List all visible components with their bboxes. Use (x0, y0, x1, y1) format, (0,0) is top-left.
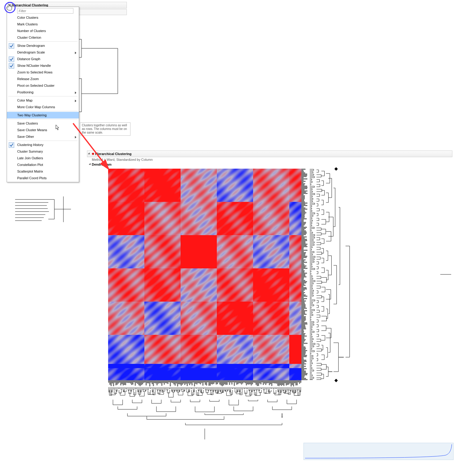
menu-item-label: Positioning (17, 90, 34, 94)
menu-item-show-dendrogram[interactable]: Show Dendrogram (7, 42, 79, 49)
menu-item-clustering-history[interactable]: Clustering History (7, 141, 79, 148)
menu-item-parallel-coord-plots[interactable]: Parallel Coord Plots (7, 175, 79, 181)
menu-item-label: Release Zoom (17, 77, 39, 81)
distance-graph-panel[interactable] (303, 443, 454, 460)
menu-item-distance-graph[interactable]: Distance Graph (7, 56, 79, 62)
second-report-header[interactable]: Hierarchical Clustering (87, 151, 452, 157)
column-dendrogram[interactable] (108, 380, 301, 441)
menu-item-label: Show Dendrogram (17, 44, 45, 47)
menu-item-label: Color Clusters (17, 16, 38, 19)
hand-cursor-icon (6, 4, 13, 11)
menu-item-number-of-clusters[interactable]: Number of Clusters (7, 28, 79, 34)
menu-item-label: Distance Graph (17, 57, 40, 61)
menu-item-label: Save Clusters (17, 121, 38, 125)
submenu-arrow-icon (75, 52, 76, 54)
menu-item-label: Mark Clusters (17, 22, 38, 26)
menu-item-constellation-plot[interactable]: Constellation Plot (7, 161, 79, 168)
menu-item-cluster-criterion[interactable]: Cluster Criterion (7, 34, 79, 41)
menu-item-color-map[interactable]: Color Map (7, 97, 79, 104)
second-report: Hierarchical Clustering Method = Ward, S… (87, 151, 452, 380)
menu-item-label: Parallel Coord Plots (17, 176, 47, 180)
menu-item-label: Two Way Clustering (17, 113, 47, 117)
context-menu: Color ClustersMark ClustersNumber of Clu… (7, 7, 79, 182)
menu-separator (8, 96, 78, 96)
menu-item-more-color-map-columns[interactable]: More Color Map Columns (7, 104, 79, 110)
dendrogram-section-header[interactable]: Dendrogram (87, 162, 452, 167)
menu-filter-input[interactable] (17, 8, 73, 14)
menu-item-label: Scatterplot Matrix (17, 170, 43, 173)
distance-graph-curve (304, 443, 453, 460)
checkmark-icon (9, 57, 14, 62)
menu-item-positioning[interactable]: Positioning (7, 89, 79, 96)
menu-item-show-ncluster-handle[interactable]: Show NCluster Handle (7, 62, 79, 69)
menu-item-save-other[interactable]: Save Other (7, 133, 79, 140)
menu-item-release-zoom[interactable]: Release Zoom (7, 76, 79, 82)
menu-item-late-join-outliers[interactable]: Late Join Outliers (7, 155, 79, 161)
checkmark-icon (9, 142, 14, 148)
menu-item-cluster-summary[interactable]: Cluster Summary (7, 148, 79, 155)
menu-item-mark-clusters[interactable]: Mark Clusters (7, 21, 79, 28)
two-way-clustering-plot[interactable] (108, 169, 452, 380)
menu-item-label: Show NCluster Handle (17, 64, 51, 67)
menu-item-label: Constellation Plot (17, 163, 43, 167)
menu-item-label: Save Cluster Means (17, 128, 47, 132)
menu-item-label: Pivot on Selected Cluster (17, 84, 55, 87)
menu-item-label: Save Other (17, 135, 34, 138)
menu-filter-row (17, 8, 76, 14)
menu-item-label: Zoom to Selected Rows (17, 70, 53, 74)
svg-line-1 (73, 123, 109, 169)
menu-item-two-way-clustering[interactable]: Two Way Clustering (7, 112, 79, 118)
arrow-cursor-icon (56, 125, 60, 131)
menu-item-label: Number of Clusters (17, 29, 46, 33)
submenu-arrow-icon (75, 100, 76, 102)
menu-item-label: More Color Map Columns (17, 105, 55, 109)
menu-item-save-cluster-means[interactable]: Save Cluster Means (7, 127, 79, 133)
menu-separator (8, 41, 78, 42)
row-dendrogram[interactable] (301, 169, 452, 380)
menu-item-label: Dendrogram Scale (17, 50, 45, 54)
submenu-arrow-icon (75, 92, 76, 94)
checkmark-icon (9, 63, 14, 69)
menu-item-dendrogram-scale[interactable]: Dendrogram Scale (7, 49, 79, 56)
menu-item-save-clusters[interactable]: Save Clusters (7, 120, 79, 127)
menu-separator (8, 119, 78, 119)
menu-item-label: Late Join Outliers (17, 156, 43, 160)
menu-item-label: Cluster Summary (17, 150, 43, 153)
second-report-subtitle: Method = Ward, Standardized by Column (87, 157, 452, 162)
menu-item-color-clusters[interactable]: Color Clusters (7, 14, 79, 21)
menu-separator (8, 141, 78, 141)
menu-item-scatterplot-matrix[interactable]: Scatterplot Matrix (7, 168, 79, 175)
menu-item-pivot-on-selected-cluster[interactable]: Pivot on Selected Cluster (7, 82, 79, 89)
menu-item-zoom-to-selected-rows[interactable]: Zoom to Selected Rows (7, 69, 79, 76)
menu-separator (8, 111, 78, 111)
annotation-arrow (72, 121, 117, 175)
menu-item-label: Clustering History (17, 143, 43, 147)
menu-item-label: Color Map (17, 99, 33, 102)
heatmap-canvas[interactable] (108, 169, 301, 380)
checkmark-icon (9, 43, 14, 49)
menu-item-label: Cluster Criterion (17, 36, 41, 39)
